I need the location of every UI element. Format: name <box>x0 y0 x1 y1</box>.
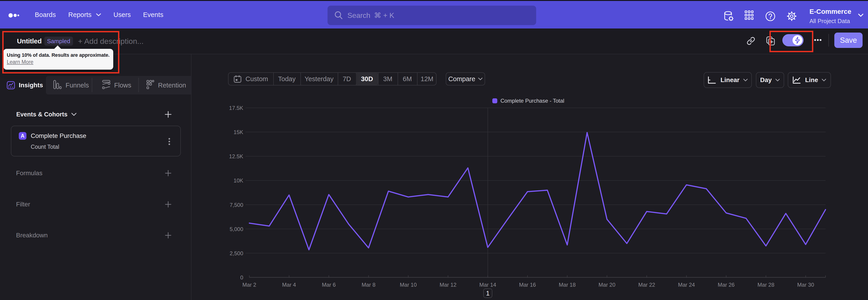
tab-label: Retention <box>158 82 186 89</box>
range-7d[interactable]: 7D <box>338 73 356 85</box>
range-12m[interactable]: 12M <box>417 73 437 85</box>
share-link-icon[interactable] <box>747 37 755 45</box>
svg-text:17.5K: 17.5K <box>229 105 243 111</box>
range-3m[interactable]: 3M <box>378 73 398 85</box>
chevron-down-icon <box>743 79 748 81</box>
report-header: Untitled Sampled + Add description... <box>0 29 868 54</box>
header-divider <box>829 34 829 47</box>
svg-text:Mar 16: Mar 16 <box>519 282 536 288</box>
section-title: Events & Cohorts <box>16 111 68 118</box>
range-label: Yesterday <box>305 75 334 83</box>
chart-legend[interactable]: Complete Purchase - Total <box>492 98 564 104</box>
svg-text:0: 0 <box>240 274 243 280</box>
settings-gear-icon[interactable] <box>786 11 797 21</box>
svg-text:10K: 10K <box>234 177 243 184</box>
nav-item-label: Users <box>114 11 131 19</box>
legend-label: Complete Purchase - Total <box>500 98 564 104</box>
nav-item-label: Boards <box>35 11 56 19</box>
line-chart-icon <box>793 77 801 84</box>
svg-text:Mar 24: Mar 24 <box>678 282 695 288</box>
sampling-tooltip: Using 10% of data. Results are approxima… <box>3 49 113 70</box>
range-label: 3M <box>383 75 392 83</box>
svg-text:15K: 15K <box>234 129 243 135</box>
range-6m[interactable]: 6M <box>398 73 417 85</box>
top-nav: Boards Reports Users Events Search ⌘ + K <box>0 1 868 29</box>
interval-selector[interactable]: Day <box>756 72 784 88</box>
nav-item-boards[interactable]: Boards <box>35 1 56 29</box>
tab-insights[interactable]: Insights <box>0 76 46 94</box>
scale-label: Linear <box>720 77 739 84</box>
range-label: Today <box>278 75 296 83</box>
add-formula-button[interactable] <box>162 167 175 180</box>
project-scope: All Project Data <box>809 18 851 25</box>
event-kebab-menu-icon[interactable] <box>168 138 170 145</box>
scale-selector[interactable]: Linear <box>704 72 752 88</box>
svg-text:Mar 12: Mar 12 <box>440 282 457 288</box>
sampled-badge[interactable]: Sampled <box>44 37 73 46</box>
copy-to-board-icon[interactable] <box>766 36 775 46</box>
range-label: 12M <box>421 75 433 83</box>
range-label: Custom <box>246 75 268 83</box>
apps-grid-icon[interactable] <box>745 10 754 20</box>
mixpanel-logo[interactable] <box>8 13 21 19</box>
range-custom[interactable]: Custom <box>228 73 273 85</box>
chevron-down-icon <box>775 79 780 81</box>
pagination-page-1[interactable]: 1 <box>483 289 492 298</box>
svg-text:Mar 10: Mar 10 <box>400 282 417 288</box>
nav-item-users[interactable]: Users <box>114 1 131 29</box>
sidebar-divider <box>191 54 191 300</box>
tab-funnels[interactable]: Funnels <box>46 76 92 94</box>
tooltip-arrow <box>54 46 61 49</box>
add-event-button[interactable] <box>162 108 175 121</box>
svg-text:Mar 4: Mar 4 <box>282 282 296 288</box>
chevron-down-icon <box>822 79 826 81</box>
plus-icon <box>165 232 171 239</box>
compare-button[interactable]: Compare <box>446 72 485 86</box>
range-yesterday[interactable]: Yesterday <box>301 73 338 85</box>
plus-icon <box>165 170 171 176</box>
save-button[interactable]: Save <box>834 33 863 48</box>
search-placeholder: Search <box>347 11 370 20</box>
svg-text:Mar 26: Mar 26 <box>718 282 735 288</box>
svg-text:12.5K: 12.5K <box>229 153 243 159</box>
flash-sampling-toggle[interactable] <box>782 34 804 46</box>
interval-label: Day <box>760 77 772 84</box>
funnels-icon <box>53 80 61 89</box>
retention-icon <box>147 80 154 90</box>
events-cohorts-header[interactable]: Events & Cohorts <box>16 108 175 121</box>
help-icon[interactable] <box>765 11 775 21</box>
svg-text:Mar 8: Mar 8 <box>362 282 375 288</box>
tab-flows[interactable]: Flows <box>92 76 138 94</box>
plus-icon <box>165 201 171 208</box>
project-name: E-Commerce <box>809 8 851 16</box>
nav-item-reports[interactable]: Reports <box>68 1 101 29</box>
more-options-icon[interactable] <box>814 39 822 41</box>
range-today[interactable]: Today <box>273 73 301 85</box>
range-30d[interactable]: 30D <box>356 73 378 85</box>
event-name: Complete Purchase <box>31 132 86 140</box>
tab-label: Flows <box>114 82 131 89</box>
date-range-picker: Custom Today Yesterday 7D 30D 3M 6M 12M <box>228 72 436 86</box>
event-card[interactable]: A Complete Purchase Count Total <box>11 126 181 156</box>
legend-swatch <box>492 98 497 103</box>
event-letter-badge: A <box>19 132 26 140</box>
project-switcher[interactable]: E-Commerce All Project Data <box>809 8 851 25</box>
lightning-bolt-icon <box>795 37 800 43</box>
data-management-icon[interactable] <box>723 11 734 22</box>
nav-item-events[interactable]: Events <box>143 1 163 29</box>
event-metric[interactable]: Count Total <box>31 144 59 150</box>
tooltip-learn-more-link[interactable]: Learn More <box>7 59 33 65</box>
search-input[interactable]: Search ⌘ + K <box>328 6 536 25</box>
add-breakdown-button[interactable] <box>162 229 175 242</box>
tab-retention[interactable]: Retention <box>138 76 191 94</box>
section-label: Filter <box>16 201 30 208</box>
nav-item-label: Reports <box>68 11 92 19</box>
project-chevron-down-icon[interactable] <box>858 13 864 17</box>
add-filter-button[interactable] <box>162 198 175 211</box>
mixpanel-insights-app: Boards Reports Users Events Search ⌘ + K <box>0 0 868 300</box>
toggle-knob <box>793 35 802 45</box>
svg-text:Mar 22: Mar 22 <box>638 282 655 288</box>
tooltip-message: Using 10% of data. Results are approxima… <box>7 52 112 59</box>
chart-type-selector[interactable]: Line <box>788 72 831 88</box>
tab-label: Insights <box>19 82 43 89</box>
